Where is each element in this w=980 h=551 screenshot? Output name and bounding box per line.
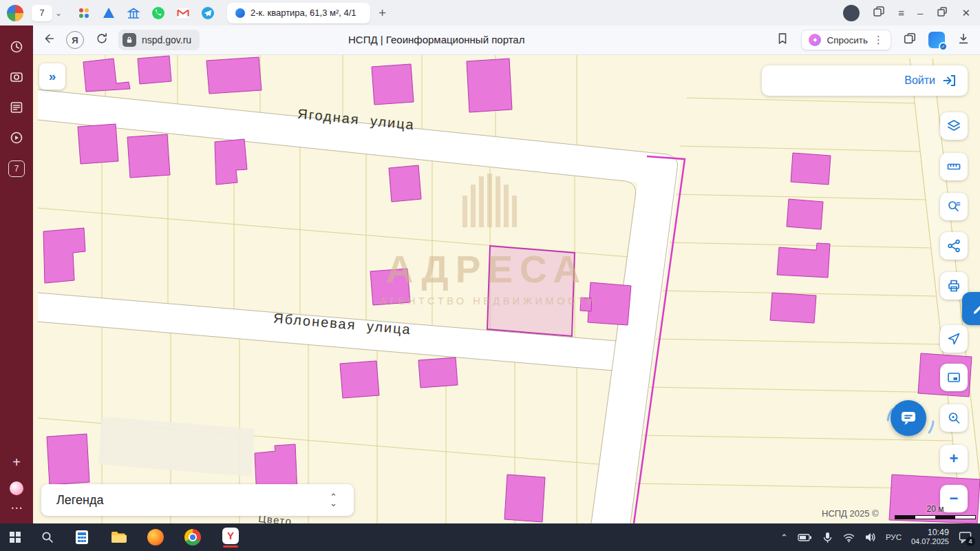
language-indicator[interactable]: РУС: [886, 533, 902, 541]
new-tab-button[interactable]: +: [379, 6, 386, 21]
legend-label: Легенда: [56, 493, 103, 508]
browser-toolbar: Я nspd.gov.ru НСПД | Геоинформационный п…: [33, 25, 980, 55]
legend-panel[interactable]: Легенда ⌃ ⌄: [41, 484, 354, 516]
sidebar-add-icon[interactable]: +: [12, 455, 21, 470]
screenshot-icon[interactable]: [9, 70, 24, 85]
search-area-button[interactable]: [940, 404, 968, 432]
volume-icon[interactable]: [864, 532, 876, 543]
pinned-tabs: [77, 6, 215, 20]
taskbar-file-explorer[interactable]: [110, 529, 127, 545]
active-app-indicator: [223, 545, 238, 548]
pinned-tab-whatsapp-icon[interactable]: [151, 6, 165, 20]
yandex-browser-icon: Y: [222, 528, 239, 544]
login-icon: [941, 73, 957, 88]
bookmark-icon[interactable]: [776, 32, 789, 48]
microphone-icon[interactable]: [822, 532, 833, 543]
my-location-button[interactable]: [940, 325, 968, 353]
pencil-icon: [971, 301, 980, 316]
pinned-tab-telegram-icon[interactable]: [201, 6, 215, 20]
tray-expand-icon[interactable]: ⌃: [780, 532, 788, 543]
url-text: nspd.gov.ru: [142, 34, 191, 45]
video-icon[interactable]: [9, 130, 24, 145]
map-canvas[interactable]: АДРЕСА АГЕНТСТВО НЕДВИЖИМОСТИ Ягодная ул…: [33, 55, 980, 523]
sparkle-icon: ✦: [809, 34, 821, 46]
taskbar-clock[interactable]: 10:49 04.07.2025: [911, 528, 949, 546]
browser-update-icon[interactable]: ✓: [928, 32, 945, 48]
scale-bar-segments: [895, 515, 976, 519]
system-tray: ⌃ РУС 10:49 04.07.2025 4: [780, 528, 972, 546]
active-tab-favicon: [235, 8, 245, 18]
chat-bubble-icon: [899, 409, 917, 427]
profile-avatar[interactable]: [843, 5, 860, 21]
watermark-subtitle: АГЕНТСТВО НЕДВИЖИМОСТИ: [380, 295, 597, 306]
browser-logo-icon[interactable]: [7, 5, 23, 21]
mini-map-button[interactable]: [940, 364, 968, 391]
update-check-badge: ✓: [939, 42, 948, 51]
notification-center-button[interactable]: 4: [959, 531, 972, 543]
taskbar-yandex-browser-active[interactable]: Y: [222, 526, 239, 548]
pinned-tab-gmail-icon[interactable]: [176, 6, 190, 20]
tab-list-chevron-icon[interactable]: ⌄: [55, 8, 62, 18]
taskbar-search-button[interactable]: [41, 531, 54, 543]
window-restore-button[interactable]: [936, 6, 948, 21]
lock-icon[interactable]: [122, 33, 136, 47]
shared-tabs-icon[interactable]: [903, 32, 917, 48]
browser-tab-bar: 7 ⌄ 2-к. квартира, 61,3 м², 4/1 + ≡ – ✕: [0, 0, 980, 25]
expand-panel-button[interactable]: »: [39, 63, 65, 90]
map-attribution: НСПД 2025 ©: [822, 508, 879, 519]
window-minimize-button[interactable]: –: [917, 7, 923, 19]
sidebar-counter-icon[interactable]: 7: [8, 160, 25, 177]
active-tab[interactable]: 2-к. квартира, 61,3 м², 4/1: [227, 3, 370, 23]
browser-menu-icon[interactable]: ≡: [898, 7, 904, 19]
taskbar-date: 04.07.2025: [911, 537, 949, 546]
draw-button[interactable]: [962, 292, 980, 325]
taskbar-chrome[interactable]: [184, 529, 201, 545]
taskbar-time: 10:49: [911, 528, 949, 537]
wifi-icon[interactable]: [843, 532, 855, 543]
zoom-in-icon: +: [950, 450, 959, 468]
refresh-button[interactable]: [95, 32, 109, 48]
login-label: Войти: [904, 74, 935, 87]
chevron-down-icon: ⌄: [330, 500, 337, 506]
scale-label: 20 м: [895, 504, 976, 514]
address-bar[interactable]: nspd.gov.ru: [118, 30, 200, 50]
taskbar-firefox[interactable]: [147, 529, 164, 545]
page-title: НСПД | Геоинформационный портал: [348, 34, 524, 45]
windows-taskbar: Y ⌃ РУС 10:49 04.07.2025 4: [0, 523, 980, 551]
notification-count-badge: 4: [966, 537, 975, 546]
window-close-button[interactable]: ✕: [961, 7, 970, 19]
start-button[interactable]: [10, 532, 21, 543]
sidebar-more-icon[interactable]: ⋯: [11, 501, 23, 515]
legend-collapse-control[interactable]: ⌃ ⌄: [330, 494, 337, 506]
news-icon[interactable]: [9, 100, 24, 115]
copy-tabs-icon[interactable]: [873, 6, 885, 21]
active-tab-title: 2-к. квартира, 61,3 м², 4/1: [251, 8, 356, 18]
battery-icon[interactable]: [798, 532, 812, 543]
history-icon[interactable]: [9, 39, 24, 54]
tab-counter[interactable]: 7: [32, 5, 52, 21]
pinned-tab-dots-icon[interactable]: [77, 6, 91, 20]
measure-button[interactable]: [940, 153, 968, 180]
window-controls: ≡ – ✕: [843, 5, 970, 21]
ask-ai-label: Спросить: [827, 35, 868, 45]
pinned-tab-bank-icon[interactable]: [127, 6, 140, 20]
map-viewport: АДРЕСА АГЕНТСТВО НЕДВИЖИМОСТИ Ягодная ул…: [33, 55, 980, 523]
taskbar-app-calculator[interactable]: [74, 530, 89, 545]
watermark-title: АДРЕСА: [386, 248, 587, 291]
ask-ai-button[interactable]: ✦ Спросить ⋮: [801, 30, 891, 50]
chat-support-button[interactable]: [891, 400, 926, 436]
login-panel[interactable]: Войти: [762, 65, 968, 96]
zoom-in-button[interactable]: +: [940, 445, 968, 472]
toolbar-actions: ✦ Спросить ⋮ ✓: [776, 30, 970, 50]
search-objects-button[interactable]: [940, 193, 968, 220]
layers-button[interactable]: [940, 112, 968, 140]
sidebar-pink-app-icon[interactable]: [10, 481, 23, 495]
scale-bar: 20 м: [895, 504, 976, 519]
downloads-button[interactable]: [957, 32, 970, 48]
ask-menu-icon[interactable]: ⋮: [873, 34, 884, 46]
yandex-search-icon[interactable]: Я: [66, 31, 84, 49]
back-button[interactable]: [41, 32, 55, 48]
share-button[interactable]: [940, 232, 968, 260]
pinned-tab-arrow-icon[interactable]: [102, 6, 116, 20]
browser-sidebar: 7 + ⋯: [0, 25, 33, 523]
